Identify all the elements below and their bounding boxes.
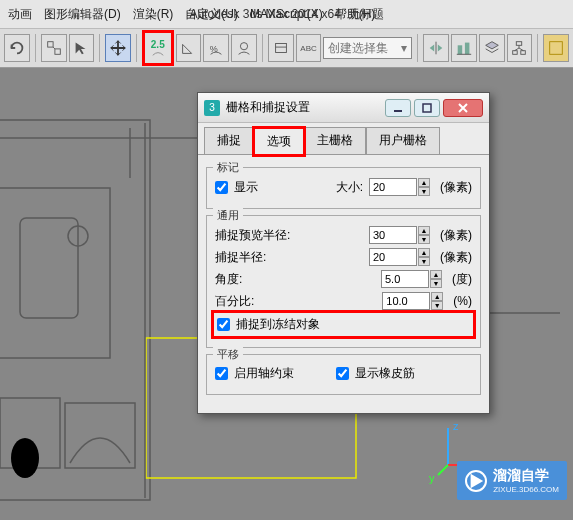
mirror-icon[interactable] <box>423 34 449 62</box>
layers-icon[interactable] <box>479 34 505 62</box>
dialog-tabs: 捕捉 选项 主栅格 用户栅格 <box>198 123 489 154</box>
tab-home-grid[interactable]: 主栅格 <box>304 127 366 154</box>
tab-snap[interactable]: 捕捉 <box>204 127 254 154</box>
dialog-body: 标记 显示 大小: ▲▼ (像素) 通用 捕捉预览半径: ▲▼ <box>198 154 489 413</box>
down-arrow-icon[interactable]: ▼ <box>418 187 430 196</box>
maximize-button[interactable] <box>414 99 440 117</box>
percent-input[interactable] <box>382 292 430 310</box>
svg-rect-22 <box>65 403 135 468</box>
schematic-icon[interactable] <box>507 34 533 62</box>
svg-point-21 <box>11 438 39 478</box>
snap-radius-input[interactable] <box>369 248 417 266</box>
main-toolbar: 2.5 % ABC 创建选择集 ▾ <box>0 28 573 68</box>
angle-label: 角度: <box>215 271 291 288</box>
legend-translate: 平移 <box>213 347 243 362</box>
play-icon <box>465 470 487 492</box>
menu-render[interactable]: 渲染(R) <box>133 6 174 23</box>
preview-radius-spinner[interactable]: ▲▼ <box>369 226 430 244</box>
svg-line-28 <box>438 465 448 475</box>
percent-unit: (%) <box>453 294 472 308</box>
preview-radius-unit: (像素) <box>440 227 472 244</box>
named-set-icon[interactable] <box>268 34 294 62</box>
percent-snap-icon[interactable]: % <box>203 34 229 62</box>
svg-rect-7 <box>458 45 463 54</box>
watermark: 溜溜自学 ZIXUE.3D66.COM <box>457 461 567 500</box>
tool-undo-icon[interactable] <box>4 34 30 62</box>
menu-graph[interactable]: 图形编辑器(D) <box>44 6 121 23</box>
snap-radius-unit: (像素) <box>440 249 472 266</box>
percent-spinner[interactable]: ▲▼ <box>382 292 443 310</box>
svg-line-2 <box>53 47 55 49</box>
angle-input[interactable] <box>381 270 429 288</box>
legend-general: 通用 <box>213 208 243 223</box>
size-unit: (像素) <box>440 179 472 196</box>
close-button[interactable] <box>443 99 483 117</box>
menu-anim[interactable]: 动画 <box>8 6 32 23</box>
display-label: 显示 <box>234 179 258 196</box>
svg-rect-1 <box>55 49 60 54</box>
display-checkbox[interactable] <box>215 181 228 194</box>
rubber-band-label: 显示橡皮筋 <box>355 365 415 382</box>
snap-label: 2.5 <box>151 39 165 50</box>
group-marker: 标记 显示 大小: ▲▼ (像素) <box>206 167 481 209</box>
axis-constraint-label: 启用轴约束 <box>234 365 294 382</box>
legend-marker: 标记 <box>213 160 243 175</box>
svg-rect-30 <box>423 104 431 112</box>
tab-user-grid[interactable]: 用户栅格 <box>366 127 440 154</box>
snap-radius-label: 捕捉半径: <box>215 249 291 266</box>
axis-constraint-checkbox[interactable] <box>215 367 228 380</box>
svg-rect-8 <box>465 43 470 55</box>
snap-frozen-checkbox[interactable] <box>217 318 230 331</box>
group-general: 通用 捕捉预览半径: ▲▼ (像素) 捕捉半径: ▲▼ (像素) <box>206 215 481 348</box>
create-selection-set-dropdown[interactable]: 创建选择集 ▾ <box>323 37 412 59</box>
tab-options[interactable]: 选项 <box>254 128 304 155</box>
rubber-band-checkbox[interactable] <box>336 367 349 380</box>
spinner-snap-icon[interactable] <box>231 34 257 62</box>
angle-spinner[interactable]: ▲▼ <box>381 270 442 288</box>
angle-snap-icon[interactable] <box>176 34 202 62</box>
svg-rect-16 <box>20 218 78 318</box>
preview-radius-label: 捕捉预览半径: <box>215 227 291 244</box>
svg-rect-15 <box>0 188 110 358</box>
dialog-title: 栅格和捕捉设置 <box>226 99 310 116</box>
svg-rect-0 <box>47 42 52 47</box>
size-label: 大小: <box>336 179 363 196</box>
svg-rect-10 <box>517 42 522 46</box>
tool-move-icon[interactable] <box>105 34 131 62</box>
size-input[interactable] <box>369 178 417 196</box>
snap-radius-spinner[interactable]: ▲▼ <box>369 248 430 266</box>
dialog-titlebar[interactable]: 3 栅格和捕捉设置 <box>198 93 489 123</box>
snap-frozen-label: 捕捉到冻结对象 <box>236 316 320 333</box>
abc-icon[interactable]: ABC <box>296 34 322 62</box>
app-title: Autodesk 3ds Max 2014 x64 无标题 <box>189 6 383 23</box>
svg-rect-13 <box>550 42 563 55</box>
size-spinner[interactable]: ▲▼ <box>369 178 430 196</box>
menubar: 动画 图形编辑器(D) 渲染(R) 自定义(U) MAXScript(X) 帮助… <box>0 0 573 28</box>
app-icon: 3 <box>204 100 220 116</box>
svg-rect-12 <box>521 51 526 55</box>
svg-point-4 <box>240 43 247 50</box>
align-icon[interactable] <box>451 34 477 62</box>
angle-unit: (度) <box>452 271 472 288</box>
preview-radius-input[interactable] <box>369 226 417 244</box>
svg-rect-5 <box>275 44 286 53</box>
percent-label: 百分比: <box>215 293 291 310</box>
group-translate: 平移 启用轴约束 显示橡皮筋 <box>206 354 481 395</box>
curve-editor-icon[interactable] <box>543 34 569 62</box>
create-set-label: 创建选择集 <box>328 40 388 57</box>
grid-snap-settings-dialog: 3 栅格和捕捉设置 捕捉 选项 主栅格 用户栅格 标记 显示 大小: ▲▼ (像… <box>197 92 490 414</box>
tool-select-icon[interactable] <box>69 34 95 62</box>
tool-link-icon[interactable] <box>41 34 67 62</box>
chevron-down-icon: ▾ <box>401 41 407 55</box>
svg-rect-11 <box>513 51 518 55</box>
snap-toggle-button[interactable]: 2.5 <box>142 30 174 66</box>
up-arrow-icon[interactable]: ▲ <box>418 178 430 187</box>
minimize-button[interactable] <box>385 99 411 117</box>
